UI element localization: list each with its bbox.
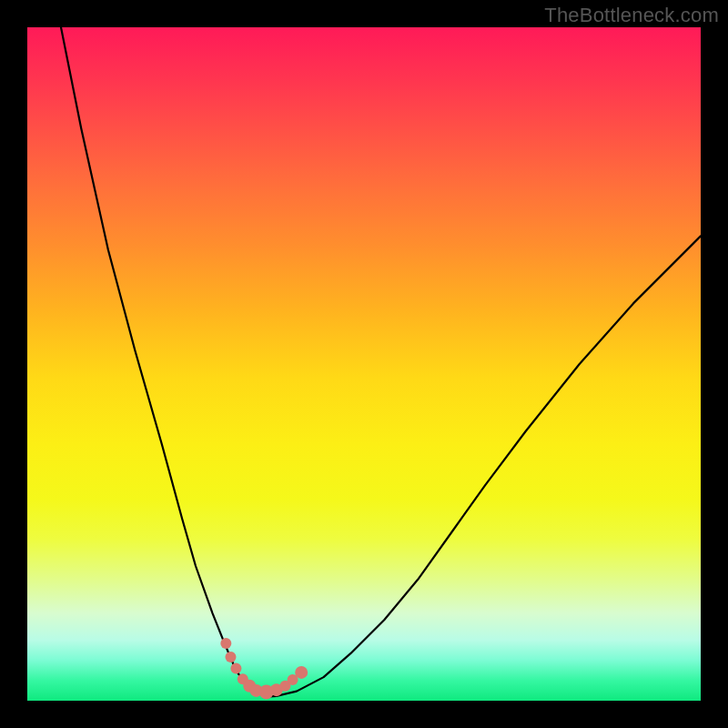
marker-dot bbox=[295, 666, 308, 679]
chart-svg bbox=[27, 27, 701, 701]
marker-dot bbox=[225, 652, 236, 662]
watermark-text: TheBottleneck.com bbox=[544, 4, 719, 27]
chart-frame: TheBottleneck.com bbox=[0, 0, 728, 728]
bottleneck-curve bbox=[61, 27, 701, 697]
marker-dot bbox=[230, 662, 241, 673]
plot-area bbox=[27, 27, 701, 701]
marker-dot bbox=[220, 638, 231, 649]
marker-dots bbox=[220, 638, 308, 699]
